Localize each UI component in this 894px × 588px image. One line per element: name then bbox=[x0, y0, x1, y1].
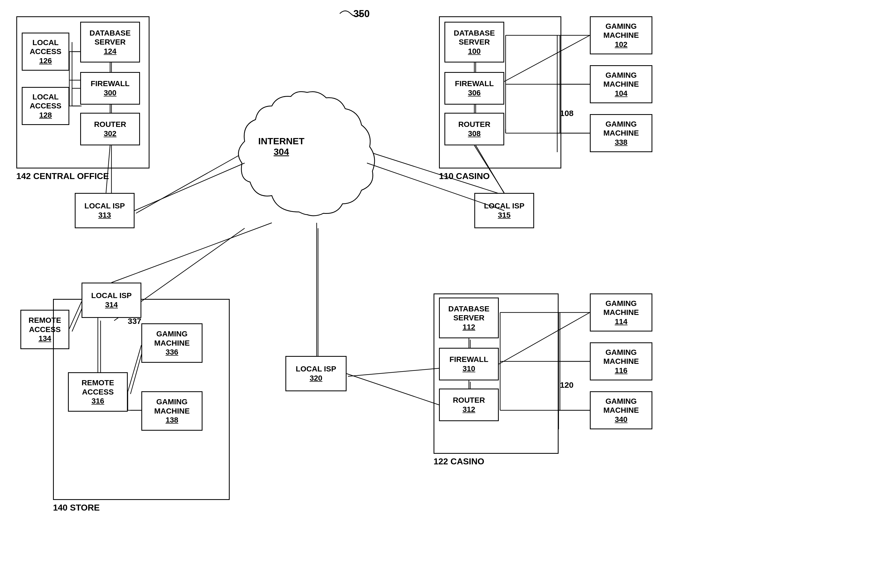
box-db-server-100: DATABASE SERVER 100 bbox=[444, 22, 504, 62]
box-gaming-338: GAMING MACHINE 338 bbox=[590, 114, 652, 152]
diagram-title: 350 bbox=[353, 8, 370, 20]
box-router-312: ROUTER 312 bbox=[439, 389, 499, 421]
box-db-server-112: DATABASE SERVER 112 bbox=[439, 297, 499, 338]
region-label-casino-bottom: 122 CASINO bbox=[433, 457, 484, 467]
box-remote-access-316: REMOTE ACCESS 316 bbox=[68, 372, 128, 412]
region-label-central-office: 142 CENTRAL OFFICE bbox=[16, 171, 109, 181]
box-router-308: ROUTER 308 bbox=[444, 113, 504, 145]
box-router-302: ROUTER 302 bbox=[80, 113, 140, 145]
box-firewall-310: FIREWALL 310 bbox=[439, 348, 499, 380]
diagram: INTERNET 304 350 142 CENTRAL OFFICE LOCA… bbox=[0, 0, 894, 588]
svg-line-55 bbox=[347, 374, 439, 405]
region-label-store: 140 STORE bbox=[53, 503, 100, 513]
internet-cloud: INTERNET 304 bbox=[223, 81, 375, 234]
box-firewall-300: FIREWALL 300 bbox=[80, 72, 140, 105]
ref-120: 120 bbox=[560, 380, 574, 390]
box-gaming-116: GAMING MACHINE 116 bbox=[590, 342, 652, 380]
box-gaming-114: GAMING MACHINE 114 bbox=[590, 294, 652, 332]
box-gaming-138: GAMING MACHINE 138 bbox=[141, 391, 202, 431]
box-firewall-306: FIREWALL 306 bbox=[444, 72, 504, 105]
box-gaming-104: GAMING MACHINE 104 bbox=[590, 65, 652, 103]
internet-label: INTERNET 304 bbox=[258, 136, 304, 157]
box-local-isp-320: LOCAL ISP 320 bbox=[285, 356, 347, 391]
ref-108: 108 bbox=[560, 109, 574, 118]
region-label-casino-top: 110 CASINO bbox=[439, 171, 490, 181]
box-local-isp-313: LOCAL ISP 313 bbox=[75, 193, 134, 228]
ref-337: 337 bbox=[128, 317, 141, 326]
box-local-isp-315: LOCAL ISP 315 bbox=[474, 193, 534, 228]
box-local-access-126: LOCAL ACCESS 126 bbox=[22, 33, 69, 71]
box-db-server-124: DATABASE SERVER 124 bbox=[80, 22, 140, 62]
box-local-isp-314: LOCAL ISP 314 bbox=[82, 283, 141, 318]
box-gaming-102: GAMING MACHINE 102 bbox=[590, 16, 652, 54]
box-local-access-128: LOCAL ACCESS 128 bbox=[22, 87, 69, 125]
box-gaming-340: GAMING MACHINE 340 bbox=[590, 391, 652, 429]
box-gaming-336: GAMING MACHINE 336 bbox=[141, 323, 202, 363]
svg-line-24 bbox=[348, 368, 440, 376]
